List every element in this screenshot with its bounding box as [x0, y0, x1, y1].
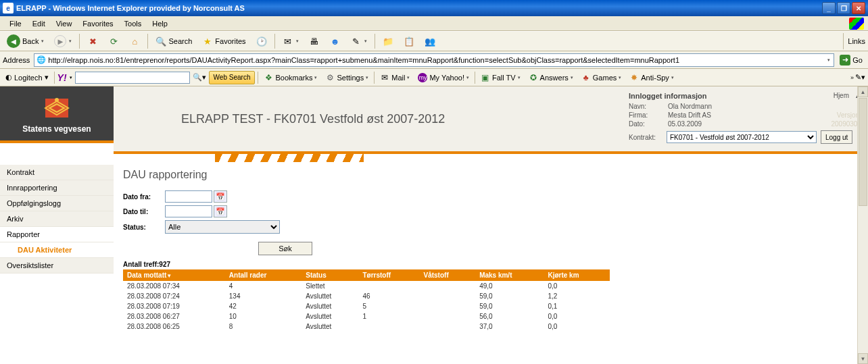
menu-help[interactable]: Help — [147, 18, 173, 29]
vertical-scrollbar[interactable]: ▲ ▼ — [857, 86, 868, 364]
falltv-button[interactable]: ▣Fall TV▾ — [478, 73, 523, 82]
home-link[interactable]: Hjem — [834, 92, 849, 99]
pencil-icon[interactable]: ✎▾ — [855, 73, 865, 82]
table-cell: 0,0 — [544, 321, 610, 332]
print-button[interactable]: 🖶 — [305, 34, 324, 49]
table-row[interactable]: 28.03.2008 06:2710Avsluttet156,00,0 — [123, 311, 610, 321]
table-cell: 42 — [225, 301, 302, 311]
close-button[interactable]: ✕ — [852, 2, 865, 14]
sidebar-sub-dau[interactable]: DAU Aktiviteter — [0, 242, 114, 258]
kontrakt-select[interactable]: FK0701 - Vestfold øst 2007-2012 — [667, 131, 817, 143]
people-button[interactable]: 👥 — [420, 34, 439, 49]
yahoo-search-glass[interactable]: 🔍▾ — [193, 73, 206, 82]
th-maks-kmt[interactable]: Maks km/t — [475, 269, 544, 281]
address-bar: Address 🌐 ▾ ➜ Go — [0, 51, 868, 69]
menu-bar: File Edit View Favorites Tools Help — [0, 16, 868, 31]
games-button[interactable]: ♣Games▾ — [579, 73, 624, 82]
table-cell — [358, 321, 419, 332]
status-label: Status: — [123, 224, 165, 231]
address-input[interactable] — [47, 56, 825, 64]
search-icon: 🔍 — [155, 36, 166, 47]
stop-button[interactable]: ✖ — [83, 34, 102, 49]
th-status[interactable]: Status — [302, 269, 358, 281]
answers-button[interactable]: ✪Answers▾ — [526, 73, 576, 82]
th-torrstoff[interactable]: Tørrstoff — [358, 269, 419, 281]
antispy-button[interactable]: ✸Anti-Spy▾ — [627, 73, 677, 82]
history-button[interactable]: 🕑 — [252, 34, 271, 49]
dato-fra-input[interactable] — [165, 190, 212, 203]
navn-value: Ola Nordmann — [668, 103, 712, 110]
search-button[interactable]: 🔍Search — [151, 34, 196, 49]
scroll-thumb[interactable] — [859, 98, 867, 206]
scroll-up-button[interactable]: ▲ — [858, 86, 868, 97]
logout-button[interactable]: Logg ut — [821, 130, 852, 144]
table-row[interactable]: 28.03.2008 07:344Slettet49,00,0 — [123, 281, 610, 291]
sidebar-item-innrapportering[interactable]: Innrapportering — [0, 180, 114, 196]
bookmarks-button[interactable]: ❖Bookmarks▾ — [261, 73, 320, 82]
home-button[interactable]: ⌂ — [125, 34, 144, 49]
search-submit-button[interactable]: Søk — [258, 242, 312, 255]
scroll-down-button[interactable]: ▼ — [858, 353, 868, 364]
header-strip: ELRAPP TEST - FK0701 Vestfold øst 2007-2… — [114, 86, 868, 151]
table-row[interactable]: 28.03.2008 07:1942Avsluttet559,00,1 — [123, 301, 610, 311]
sidebar-item-oppfolgingslogg[interactable]: Oppfølgingslogg — [0, 196, 114, 211]
settings-button[interactable]: ⚙Settings▾ — [322, 73, 371, 82]
menu-view[interactable]: View — [51, 18, 78, 29]
th-data-mottatt[interactable]: Data mottatt▼ — [123, 269, 225, 281]
table-cell: 28.03.2008 06:27 — [123, 311, 225, 321]
sidebar-item-oversiktslister[interactable]: Oversiktslister — [0, 258, 114, 274]
th-vatstoff[interactable]: Våtstoff — [420, 269, 476, 281]
back-icon: ◄ — [7, 34, 20, 48]
table-row[interactable]: 28.03.2008 07:24134Avsluttet4659,01,2 — [123, 291, 610, 301]
maximize-button[interactable]: ❐ — [837, 2, 850, 14]
tv-icon: ▣ — [481, 73, 490, 82]
dato-til-input[interactable] — [165, 205, 212, 217]
folder-button[interactable]: 📁 — [379, 34, 397, 49]
expand-icon[interactable]: » — [850, 74, 854, 81]
refresh-button[interactable]: ⟳ — [104, 34, 123, 49]
edit-button[interactable]: ✎▾ — [347, 34, 371, 49]
status-select[interactable]: Alle — [165, 220, 280, 234]
messenger-button[interactable]: ☻ — [326, 34, 345, 49]
table-cell — [420, 311, 476, 321]
yahoo-search-input[interactable] — [75, 72, 190, 84]
sidebar-item-arkiv[interactable]: Arkiv — [0, 211, 114, 227]
links-panel[interactable]: Links — [843, 33, 865, 49]
back-button[interactable]: ◄Back▾ — [3, 34, 48, 49]
myyahoo-button[interactable]: myMy Yahoo!▾ — [415, 73, 472, 82]
th-antall-rader[interactable]: Antall rader — [225, 269, 302, 281]
messenger-icon: ☻ — [330, 36, 341, 47]
table-row[interactable]: 28.03.2008 06:258Avsluttet37,00,0 — [123, 321, 610, 332]
results-table: Data mottatt▼ Antall rader Status Tørrst… — [123, 269, 610, 332]
table-cell: 28.03.2008 07:34 — [123, 281, 225, 291]
table-cell: 28.03.2008 06:25 — [123, 321, 225, 332]
menu-tools[interactable]: Tools — [119, 18, 147, 29]
brand-block: Statens vegvesen — [0, 86, 114, 140]
window-title: ELRAPP - Windows Internet Explorer provi… — [16, 4, 822, 12]
calendar-icon-til[interactable]: 📅 — [214, 205, 227, 217]
minimize-button[interactable]: _ — [822, 2, 836, 14]
sidebar-item-rapporter[interactable]: Rapporter — [0, 227, 114, 242]
favorites-button[interactable]: ★Favorites — [198, 34, 249, 49]
mail-button[interactable]: ✉▾ — [279, 34, 303, 49]
forward-button[interactable]: ►▾ — [50, 34, 76, 49]
yahoo-icon[interactable]: Y! — [57, 72, 67, 83]
table-cell: 8 — [225, 321, 302, 332]
menu-edit[interactable]: Edit — [27, 18, 51, 29]
tool2-button[interactable]: 📋 — [400, 34, 418, 49]
table-cell: 49,0 — [475, 281, 544, 291]
bookmarks-label: Bookmarks — [275, 74, 312, 82]
sidebar-item-kontrakt[interactable]: Kontrakt — [0, 165, 114, 180]
th-kjorte-km[interactable]: Kjørte km — [544, 269, 610, 281]
go-button[interactable]: ➜ Go — [837, 55, 865, 66]
menu-favorites[interactable]: Favorites — [77, 18, 118, 29]
web-search-button[interactable]: Web Search — [209, 71, 256, 84]
firma-value: Mesta Drift AS — [668, 111, 711, 119]
windows-flag-icon[interactable] — [849, 18, 864, 30]
logitech-button[interactable]: ◐Logitech▾ — [3, 73, 51, 82]
ymail-button[interactable]: ✉Mail▾ — [377, 73, 412, 82]
calendar-icon-fra[interactable]: 📅 — [214, 190, 227, 203]
table-cell: Avsluttet — [302, 311, 358, 321]
menu-file[interactable]: File — [4, 18, 27, 29]
address-dropdown[interactable]: ▾ — [825, 57, 832, 63]
